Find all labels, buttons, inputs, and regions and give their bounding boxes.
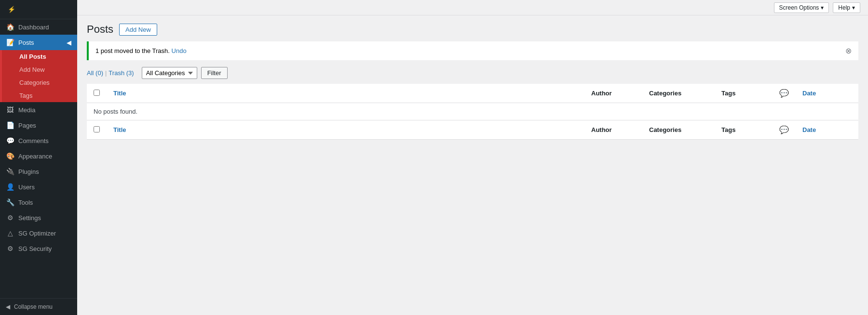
users-icon: 👤	[6, 183, 14, 191]
sidebar-item-label: Posts	[18, 39, 34, 46]
notice-message: 1 post moved to the Trash. Undo	[95, 47, 187, 54]
sidebar-item-sg-security[interactable]: ⚙ SG Security	[0, 241, 77, 256]
media-icon: 🖼	[6, 106, 14, 114]
page-title: Posts	[87, 23, 113, 36]
sidebar-item-posts[interactable]: 📝 Posts ◀	[0, 35, 77, 50]
sidebar-item-comments[interactable]: 💬 Comments	[0, 133, 77, 148]
tools-icon: 🔧	[6, 198, 14, 206]
trash-link[interactable]: Trash (3)	[108, 69, 134, 77]
comments-icon: 💬	[6, 137, 14, 144]
header-author: Author	[584, 84, 642, 103]
screen-options-chevron-icon: ▾	[821, 4, 824, 11]
help-label: Help	[838, 4, 850, 11]
main-area: Screen Options ▾ Help ▾ Posts Add New 1 …	[77, 0, 868, 315]
header-categories: Categories	[642, 84, 715, 103]
collapse-menu-button[interactable]: ◀ Collapse menu	[0, 299, 77, 315]
header-title[interactable]: Title	[107, 84, 584, 103]
sidebar-item-dashboard[interactable]: 🏠 Dashboard	[0, 19, 77, 35]
submenu-add-new[interactable]: Add New	[2, 63, 77, 76]
wp-logo-icon: ⚡	[8, 6, 15, 13]
posts-submenu: All Posts Add New Categories Tags	[0, 50, 77, 102]
posts-icon: 📝	[6, 39, 14, 46]
sidebar-item-sg-optimizer[interactable]: △ SG Optimizer	[0, 225, 77, 241]
sg-security-icon: ⚙	[6, 245, 14, 252]
sidebar-logo[interactable]: ⚡	[0, 0, 77, 19]
sidebar-item-plugins[interactable]: 🔌 Plugins	[0, 164, 77, 179]
sidebar-item-label: Tools	[18, 199, 33, 206]
sidebar-item-settings[interactable]: ⚙ Settings	[0, 210, 77, 225]
header-checkbox-cell	[87, 84, 107, 103]
filter-button[interactable]: Filter	[201, 67, 228, 79]
help-chevron-icon: ▾	[852, 4, 855, 11]
select-all-checkbox[interactable]	[94, 90, 100, 96]
select-all-footer-checkbox[interactable]	[94, 126, 100, 132]
collapse-menu-label: Collapse menu	[14, 303, 53, 310]
sidebar-item-label: Comments	[18, 137, 49, 144]
all-posts-link[interactable]: All (0)	[87, 69, 103, 77]
date-sort-link[interactable]: Date	[802, 90, 816, 97]
content-area: Posts Add New 1 post moved to the Trash.…	[77, 15, 868, 315]
table-footer-row: Title Author Categories Tags 💬 Date	[87, 120, 858, 140]
footer-checkbox-cell	[87, 120, 107, 140]
sidebar-item-appearance[interactable]: 🎨 Appearance	[0, 148, 77, 164]
sidebar-item-label: SG Security	[18, 245, 52, 252]
footer-date[interactable]: Date	[796, 120, 858, 140]
sidebar-item-label: Plugins	[18, 168, 39, 175]
sg-optimizer-icon: △	[6, 229, 14, 237]
appearance-icon: 🎨	[6, 152, 14, 160]
screen-options-button[interactable]: Screen Options ▾	[774, 2, 829, 13]
plugins-icon: 🔌	[6, 168, 14, 175]
topbar: Screen Options ▾ Help ▾	[77, 0, 868, 15]
posts-table: Title Author Categories Tags 💬 Date No p…	[87, 84, 858, 140]
sidebar-item-label: Dashboard	[18, 24, 49, 31]
sidebar-item-label: Media	[18, 106, 35, 114]
header-date[interactable]: Date	[796, 84, 858, 103]
sidebar-item-label: Pages	[18, 122, 36, 129]
sidebar-item-label: SG Optimizer	[18, 230, 56, 237]
sidebar-item-label: Users	[18, 184, 35, 191]
add-new-button[interactable]: Add New	[119, 24, 157, 36]
sidebar-bottom: ◀ Collapse menu	[0, 298, 77, 315]
notice-close-button[interactable]: ⊗	[845, 46, 852, 55]
header-tags: Tags	[715, 84, 773, 103]
sidebar-item-pages[interactable]: 📄 Pages	[0, 118, 77, 133]
footer-comments: 💬	[773, 120, 796, 140]
pages-icon: 📄	[6, 121, 14, 129]
comment-bubble-icon: 💬	[779, 89, 789, 97]
no-posts-cell: No posts found.	[87, 103, 858, 120]
footer-title[interactable]: Title	[107, 120, 584, 140]
sidebar-item-users[interactable]: 👤 Users	[0, 179, 77, 195]
dashboard-icon: 🏠	[6, 23, 14, 31]
category-select[interactable]: All Categories	[142, 67, 197, 79]
submenu-all-posts[interactable]: All Posts	[2, 50, 77, 63]
undo-link[interactable]: Undo	[172, 47, 187, 54]
table-header: Title Author Categories Tags 💬 Date	[87, 84, 858, 103]
no-posts-row: No posts found.	[87, 103, 858, 120]
posts-arrow-icon: ◀	[67, 39, 71, 46]
view-links: All (0) | Trash (3)	[87, 69, 134, 77]
sidebar: ⚡ 🏠 Dashboard 📝 Posts ◀ All Posts Add Ne…	[0, 0, 77, 315]
filter-separator: |	[105, 69, 107, 77]
footer-tags: Tags	[715, 120, 773, 140]
submenu-categories[interactable]: Categories	[2, 76, 77, 89]
sidebar-item-media[interactable]: 🖼 Media	[0, 102, 77, 118]
table-footer: Title Author Categories Tags 💬 Date	[87, 120, 858, 140]
footer-date-sort-link[interactable]: Date	[802, 126, 816, 133]
submenu-tags[interactable]: Tags	[2, 89, 77, 102]
collapse-arrow-icon: ◀	[6, 303, 10, 310]
settings-icon: ⚙	[6, 214, 14, 222]
screen-options-label: Screen Options	[779, 4, 819, 11]
filters-bar: All (0) | Trash (3) All Categories Filte…	[87, 67, 858, 79]
table-header-row: Title Author Categories Tags 💬 Date	[87, 84, 858, 103]
trash-notice: 1 post moved to the Trash. Undo ⊗	[87, 41, 858, 60]
sidebar-item-label: Appearance	[18, 153, 52, 160]
header-comments: 💬	[773, 84, 796, 103]
sidebar-item-label: Settings	[18, 214, 41, 222]
table-body: No posts found.	[87, 103, 858, 120]
page-header: Posts Add New	[87, 23, 858, 36]
footer-author: Author	[584, 120, 642, 140]
footer-comment-bubble-icon: 💬	[779, 126, 789, 134]
sidebar-item-tools[interactable]: 🔧 Tools	[0, 195, 77, 210]
footer-categories: Categories	[642, 120, 715, 140]
help-button[interactable]: Help ▾	[833, 2, 860, 13]
